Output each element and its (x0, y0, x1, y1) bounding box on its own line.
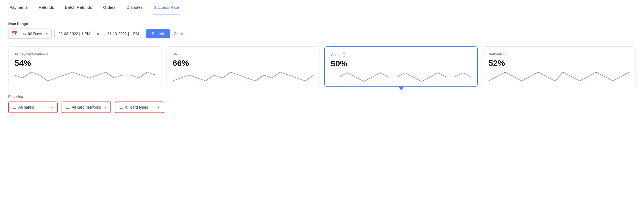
metric-label-netbanking: Netbanking (488, 52, 629, 56)
filter-label: Filter Via: (8, 95, 636, 99)
chevron-down-icon: ▼ (45, 32, 48, 35)
metric-label-all-payment-methods: All payment methods (15, 52, 156, 56)
sparkline-all-payment-methods (15, 72, 156, 81)
filter-row: ☰ All banks ▼ ☰ All card networks ▼ ☰ Al… (8, 101, 636, 113)
date-to-display: 21-10-2022 | 1 PM (103, 29, 143, 38)
sparkline-upi (173, 72, 313, 81)
metric-card-all-payment-methods[interactable]: All payment methods54% (8, 46, 162, 87)
filter-label-all-card-types: All card types (125, 105, 148, 109)
top-navigation: PaymentsRefundsBatch RefundsOrdersDisput… (0, 0, 644, 15)
filter-dropdown-all-card-networks[interactable]: ☰ All card networks ▼ (62, 101, 111, 113)
calendar-icon: 📅 (12, 31, 17, 36)
date-range-label: Date Range (8, 22, 636, 26)
metric-label-cards: Cards? (331, 52, 471, 57)
filter-dropdown-all-card-types[interactable]: ☰ All card types ▼ (115, 101, 164, 113)
nav-item-orders[interactable]: Orders (102, 0, 117, 15)
nav-item-payments[interactable]: Payments (8, 0, 29, 15)
metric-value-all-payment-methods: 54% (15, 58, 156, 68)
chevron-down-icon: ▼ (51, 106, 53, 109)
metric-cards-row: All payment methods54% UPI66% Cards?50% … (8, 46, 636, 87)
nav-item-refunds[interactable]: Refunds (38, 0, 55, 15)
info-icon[interactable]: ? (342, 52, 346, 57)
metric-card-netbanking[interactable]: Netbanking52% (482, 46, 636, 87)
nav-item-success-rate[interactable]: Success Rate (152, 0, 180, 15)
sparkline-netbanking (488, 72, 629, 81)
date-range-row: 📅 Last 60 Days ▼ 22-08-2022 | 1 PM to 21… (8, 29, 636, 39)
nav-item-disputes[interactable]: Disputes (126, 0, 144, 15)
sparkline-cards (331, 72, 471, 82)
metric-value-upi: 66% (173, 58, 313, 68)
filter-icon: ☰ (13, 105, 16, 110)
filter-icon: ☰ (66, 105, 70, 110)
nav-item-batch-refunds[interactable]: Batch Refunds (64, 0, 93, 15)
metric-value-netbanking: 52% (488, 58, 629, 68)
date-preset-dropdown[interactable]: 📅 Last 60 Days ▼ (8, 29, 52, 39)
chevron-down-icon: ▼ (104, 106, 107, 109)
main-content: Date Range 📅 Last 60 Days ▼ 22-08-2022 |… (0, 15, 644, 120)
search-button[interactable]: Search (146, 29, 170, 38)
metric-card-upi[interactable]: UPI66% (166, 46, 320, 87)
date-preset-label: Last 60 Days (20, 32, 42, 36)
filter-label-all-card-networks: All card networks (72, 105, 101, 109)
filter-icon: ☰ (119, 105, 123, 110)
filter-section: Filter Via: ☰ All banks ▼ ☰ All card net… (8, 95, 636, 113)
filter-dropdown-all-banks[interactable]: ☰ All banks ▼ (8, 101, 58, 113)
date-from-value: 22-08-2022 | 1 PM (59, 32, 90, 36)
date-from-display: 22-08-2022 | 1 PM (54, 29, 95, 38)
filter-label-all-banks: All banks (18, 105, 34, 109)
date-to-value: 21-10-2022 | 1 PM (107, 32, 139, 36)
metric-label-upi: UPI (173, 52, 313, 56)
date-to-separator: to (97, 32, 100, 36)
metric-value-cards: 50% (331, 59, 471, 68)
chevron-down-icon: ▼ (157, 106, 160, 109)
metric-card-cards[interactable]: Cards?50% (324, 46, 478, 87)
clear-button[interactable]: Clear (173, 29, 184, 38)
